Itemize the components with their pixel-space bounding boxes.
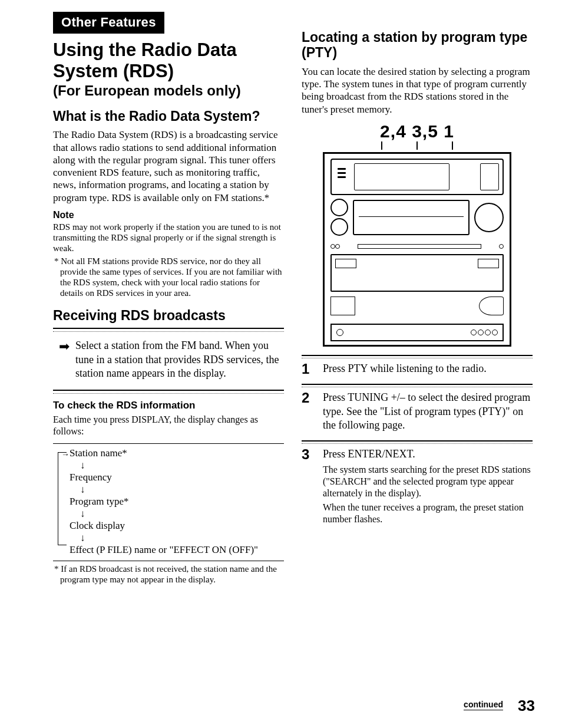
heading-what-is-rds: What is the Radio Data System? bbox=[53, 108, 284, 124]
page: Other Features Using the Radio Data Syst… bbox=[0, 0, 562, 728]
heading-receiving-rds: Receiving RDS broadcasts bbox=[53, 308, 284, 323]
cycle-loop-line bbox=[58, 452, 65, 545]
left-column: Other Features Using the Radio Data Syst… bbox=[53, 12, 284, 587]
step-text: Press PTY while listening to the radio. bbox=[323, 362, 533, 375]
paragraph-what-is-rds: The Radio Data System (RDS) is a broadca… bbox=[53, 129, 284, 204]
page-title: Using the Radio Data System (RDS) bbox=[53, 39, 284, 81]
step-text: Press TUNING +/– to select the desired p… bbox=[323, 391, 533, 432]
arrow-right-icon: ➡ bbox=[59, 339, 70, 380]
step-subtext: When the tuner receives a program, the p… bbox=[323, 502, 533, 525]
rule-divider bbox=[53, 390, 284, 394]
step-item: 3 Press ENTER/NEXT. The system starts se… bbox=[302, 440, 533, 533]
illustration-button-strip bbox=[330, 242, 504, 251]
instruction-text: Select a station from the FM band. When … bbox=[75, 339, 284, 380]
step-number: 2 bbox=[302, 390, 309, 406]
diagram-callout-numbers: 2,4 3,5 1 bbox=[302, 121, 533, 141]
right-column: Locating a station by program type (PTY)… bbox=[302, 12, 533, 587]
callout-ticks bbox=[302, 141, 533, 150]
footnote-fm-stations: * Not all FM stations provide RDS servic… bbox=[53, 256, 284, 298]
heading-check-rds-info: To check the RDS information bbox=[53, 400, 284, 411]
illustration-lower-row bbox=[330, 293, 504, 319]
footnote-rds-not-received: * If an RDS broadcast is not received, t… bbox=[53, 564, 284, 585]
cycle-item: Station name* bbox=[70, 447, 284, 459]
illustration-tape-deck bbox=[330, 254, 504, 292]
arrow-down-icon: ↓ bbox=[80, 509, 284, 519]
page-number: 33 bbox=[518, 697, 535, 715]
step-number: 1 bbox=[302, 361, 309, 377]
illustration-display-unit bbox=[330, 159, 504, 195]
page-subtitle: (For European models only) bbox=[53, 83, 284, 99]
cycle-item: Frequency bbox=[70, 472, 284, 483]
cycle-item: Program type* bbox=[70, 496, 284, 508]
instruction-row: ➡ Select a station from the FM band. Whe… bbox=[53, 337, 284, 386]
heading-locating-station: Locating a station by program type (PTY) bbox=[302, 29, 533, 61]
note-label: Note bbox=[53, 210, 284, 220]
rule-divider bbox=[53, 328, 284, 332]
illustration-dials-row bbox=[330, 196, 504, 239]
arrow-loop-icon: → bbox=[61, 450, 70, 459]
step-item: 1 Press PTY while listening to the radio… bbox=[302, 355, 533, 384]
arrow-down-icon: ↓ bbox=[80, 485, 284, 495]
paragraph-locating-station: You can locate the desired station by se… bbox=[302, 65, 533, 116]
display-cycle-diagram: → Station name* ↓ Frequency ↓ Program ty… bbox=[53, 443, 284, 561]
step-item: 2 Press TUNING +/– to select the desired… bbox=[302, 384, 533, 440]
stereo-system-illustration bbox=[323, 152, 511, 347]
step-subtext: The system starts searching for the pres… bbox=[323, 464, 533, 499]
section-tab: Other Features bbox=[53, 12, 164, 34]
cycle-item: Effect (P FILE) name or "EFFECT ON (OFF)… bbox=[70, 544, 284, 556]
paragraph-check-rds: Each time you press DISPLAY, the display… bbox=[53, 414, 284, 437]
step-text: Press ENTER/NEXT. bbox=[323, 447, 533, 461]
cycle-item: Clock display bbox=[70, 520, 284, 532]
arrow-down-icon: ↓ bbox=[80, 533, 284, 543]
two-column-layout: Other Features Using the Radio Data Syst… bbox=[53, 12, 533, 587]
continued-label: continued bbox=[464, 700, 503, 710]
steps-list: 1 Press PTY while listening to the radio… bbox=[302, 355, 533, 533]
note-body: RDS may not work properly if the station… bbox=[53, 222, 284, 253]
step-number: 3 bbox=[302, 446, 309, 463]
arrow-down-icon: ↓ bbox=[80, 460, 284, 470]
illustration-base bbox=[330, 324, 504, 341]
